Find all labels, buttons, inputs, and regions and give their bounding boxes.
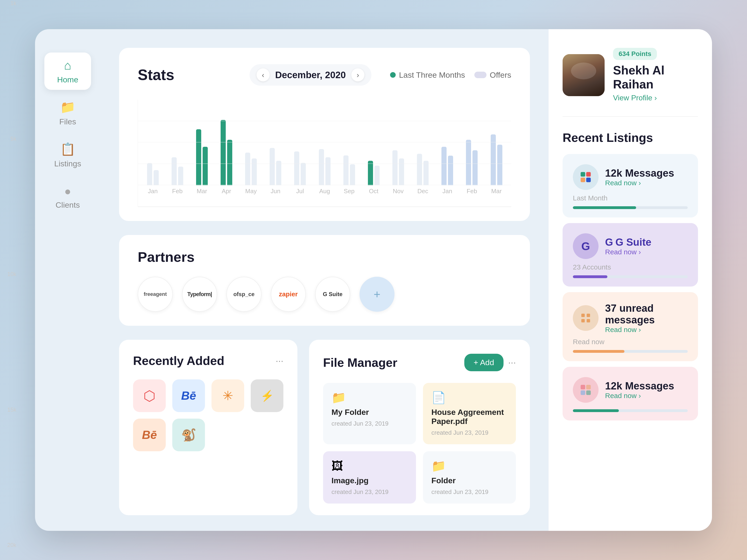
recently-added-menu-button[interactable]: ···: [276, 355, 283, 366]
file-icon-0: 📁: [332, 391, 408, 404]
file-manager-title: File Manager: [323, 355, 397, 370]
right-panel: 634 Points Shekh Al Raihan View Profile …: [548, 29, 712, 531]
listing-link-1[interactable]: Read now ›: [605, 248, 651, 256]
listing-text-1: G G Suite Read now ›: [605, 236, 651, 256]
listing-title-3: 12k Messages: [605, 380, 674, 392]
file-item-2[interactable]: 🖼 Image.jpg created Jun 23, 2019: [323, 451, 416, 504]
legend-label-offers: Offers: [490, 71, 511, 80]
file-name-1: House Aggreement Paper.pdf: [431, 408, 508, 426]
listing-progress-1: [573, 275, 688, 278]
listing-text-2: 37 unread messages Read now ›: [605, 302, 688, 334]
legend-three-months: Last Three Months: [390, 71, 465, 80]
partners-section: Partners freeagent Typeform| ofsp_ce zap…: [119, 235, 530, 326]
recent-listings-title: Recent Listings: [563, 131, 698, 145]
file-name-2: Image.jpg: [332, 476, 408, 485]
sidebar-item-clients[interactable]: ● Clients: [44, 179, 91, 216]
stats-chart: 20k 15k 10k 5k 1k: [138, 100, 511, 207]
partner-freeagent[interactable]: freeagent: [138, 277, 173, 312]
listing-card-2[interactable]: 37 unread messages Read now › Read now: [563, 292, 698, 361]
file-date-3: created Jun 23, 2019: [431, 488, 508, 496]
listing-link-0[interactable]: Read now ›: [605, 179, 674, 187]
stats-section: Stats ‹ December, 2020 › Last Three Mont…: [119, 48, 530, 221]
file-date-0: created Jun 23, 2019: [332, 420, 408, 427]
file-item-3[interactable]: 📁 Folder created Jun 23, 2019: [423, 451, 516, 504]
svg-rect-3: [586, 178, 591, 182]
partner-zapier[interactable]: zapier: [271, 277, 306, 312]
app-mailchimp[interactable]: 🐒: [172, 419, 205, 451]
partner-add-button[interactable]: +: [360, 277, 394, 312]
partners-title: Partners: [138, 249, 511, 265]
listing-title-2: 37 unread messages: [605, 302, 688, 326]
profile-section: 634 Points Shekh Al Raihan View Profile …: [563, 48, 698, 102]
file-add-button[interactable]: + Add: [464, 354, 504, 371]
app-behance2[interactable]: Bē: [133, 419, 166, 451]
date-next-button[interactable]: ›: [351, 69, 364, 81]
recently-added-header: Recently Added ···: [133, 354, 283, 368]
bar-feb: Feb: [166, 100, 188, 195]
listing-card-3[interactable]: 12k Messages Read now ›: [563, 367, 698, 421]
partners-list: freeagent Typeform| ofsp_ce zapier G Sui…: [138, 277, 511, 312]
bar-nov: Nov: [387, 100, 409, 195]
legend-dot-gray: [474, 72, 487, 78]
svg-rect-11: [586, 390, 591, 395]
listing-icon-0: [573, 164, 598, 190]
listing-title-1: G Suite: [615, 236, 651, 248]
recently-added-title: Recently Added: [133, 354, 224, 368]
add-button-label: + Add: [474, 358, 494, 367]
file-icon-3: 📁: [431, 459, 508, 473]
legend-dot-green: [390, 72, 396, 78]
app-asterisk[interactable]: ✳: [211, 379, 244, 412]
listing-card-1[interactable]: G G G Suite Read now › 23 Accounts: [563, 223, 698, 287]
file-manager-header: File Manager + Add ···: [323, 354, 516, 371]
file-icon-1: 📄: [431, 391, 508, 404]
listing-card-header-3: 12k Messages Read now ›: [573, 377, 688, 403]
svg-rect-10: [581, 390, 585, 395]
app-zendesk[interactable]: ⚡: [251, 379, 283, 412]
listing-card-header-0: 12k Messages Read now ›: [573, 164, 688, 190]
avatar-image: [563, 54, 604, 96]
svg-rect-5: [581, 319, 585, 322]
app-icons-grid: ⬡ Bē ✳ ⚡ Bē 🐒: [133, 379, 283, 451]
recently-added-panel: Recently Added ··· ⬡ Bē ✳ ⚡ Bē 🐒: [119, 340, 298, 515]
partner-gsuite[interactable]: G Suite: [315, 277, 350, 312]
listing-text-3: 12k Messages Read now ›: [605, 380, 674, 400]
listing-sub-0: Last Month: [573, 194, 688, 202]
partner-typeform[interactable]: Typeform|: [182, 277, 217, 312]
listing-progress-3: [573, 409, 688, 412]
bar-jan2: Jan: [436, 100, 459, 195]
file-item-1[interactable]: 📄 House Aggreement Paper.pdf created Jun…: [423, 383, 516, 444]
view-profile-link[interactable]: View Profile ›: [613, 94, 698, 102]
listing-card-0[interactable]: 12k Messages Read now › Last Month: [563, 154, 698, 217]
listing-icon-2: [573, 305, 598, 331]
bar-jun: Jun: [264, 100, 287, 195]
sidebar-item-files[interactable]: 📁 Files: [44, 95, 91, 132]
file-manager-menu-button[interactable]: ···: [508, 357, 516, 368]
app-behance[interactable]: Bē: [172, 379, 205, 412]
sidebar-item-listings[interactable]: 📋 Listings: [44, 136, 91, 174]
partner-ofspace[interactable]: ofsp_ce: [227, 277, 261, 312]
file-manager-panel: File Manager + Add ··· 📁 My Folder creat…: [309, 340, 530, 515]
sidebar-item-home[interactable]: ⌂ Home: [44, 53, 91, 90]
listing-link-3[interactable]: Read now ›: [605, 392, 674, 400]
listing-sub-1: 23 Accounts: [573, 263, 688, 271]
listing-icon-1: G: [573, 233, 598, 259]
date-navigator: ‹ December, 2020 ›: [250, 64, 371, 86]
profile-name: Shekh Al Raihan: [613, 63, 698, 91]
listing-link-2[interactable]: Read now ›: [605, 326, 688, 334]
profile-info: 634 Points Shekh Al Raihan View Profile …: [613, 48, 698, 102]
listing-progress-fill-1: [573, 275, 608, 278]
bar-mar: Mar: [191, 100, 213, 195]
file-item-0[interactable]: 📁 My Folder created Jun 23, 2019: [323, 383, 416, 444]
svg-rect-4: [581, 314, 585, 317]
bottom-panels: Recently Added ··· ⬡ Bē ✳ ⚡ Bē 🐒 File Ma…: [119, 340, 530, 515]
svg-rect-9: [586, 385, 591, 390]
listing-progress-fill-2: [573, 350, 624, 353]
listing-progress-fill-3: [573, 409, 619, 412]
svg-rect-0: [581, 172, 585, 177]
legend-label-months: Last Three Months: [399, 71, 465, 80]
app-foursquare[interactable]: ⬡: [133, 379, 166, 412]
avatar: [563, 54, 604, 96]
listing-sub-2: Read now: [573, 338, 688, 346]
listing-text-0: 12k Messages Read now ›: [605, 167, 674, 187]
date-prev-button[interactable]: ‹: [257, 69, 269, 81]
